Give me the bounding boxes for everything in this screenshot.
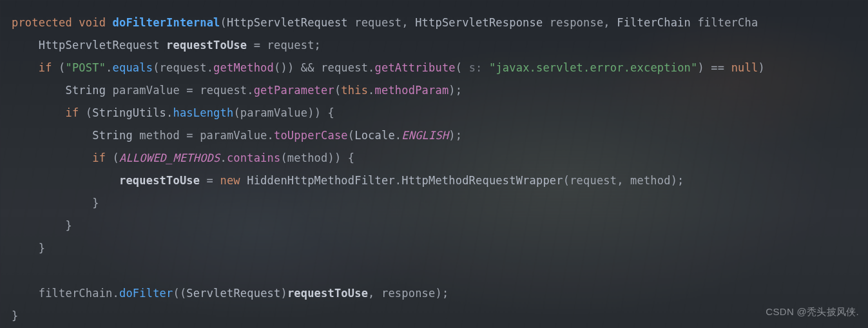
param-hint: s: bbox=[469, 61, 483, 74]
type: HttpMethodRequestWrapper bbox=[401, 174, 563, 187]
var: paramValue bbox=[200, 129, 267, 142]
code-line: filterChain.doFilter((ServletRequest)req… bbox=[12, 287, 448, 300]
semicolon: ; bbox=[456, 129, 462, 142]
dot: . bbox=[368, 61, 374, 74]
paren: ( bbox=[233, 106, 240, 119]
param: request bbox=[354, 16, 401, 29]
var: request bbox=[200, 84, 247, 97]
paren: ) bbox=[448, 84, 455, 97]
paren: ( bbox=[334, 84, 341, 97]
code-line: HttpServletRequest requestToUse = reques… bbox=[12, 39, 321, 52]
op-eqeq: == bbox=[704, 61, 731, 74]
paren: ) bbox=[671, 174, 677, 187]
method-call: contains bbox=[227, 151, 280, 164]
method-call: toUpperCase bbox=[274, 129, 348, 142]
code-line: if (ALLOWED_METHODS.contains(method)) { bbox=[12, 151, 354, 164]
watermark-text: CSDN @秃头披风侠. bbox=[766, 300, 859, 323]
dot: . bbox=[395, 174, 401, 187]
op-and: && bbox=[294, 61, 321, 74]
keyword-this: this bbox=[341, 84, 368, 97]
paren: ) bbox=[697, 61, 704, 74]
code-line bbox=[12, 264, 18, 277]
field: methodParam bbox=[375, 84, 449, 97]
op-assign: = bbox=[247, 39, 267, 52]
op-assign: = bbox=[180, 84, 200, 97]
type: StringUtils bbox=[92, 106, 166, 119]
constant: ENGLISH bbox=[401, 129, 448, 142]
var: request bbox=[160, 61, 207, 74]
type: FilterChain bbox=[617, 16, 691, 29]
var: response bbox=[381, 287, 435, 300]
param: response bbox=[550, 16, 603, 29]
type: HttpServletRequest bbox=[227, 16, 348, 29]
paren: ) bbox=[307, 106, 314, 119]
paren: ) bbox=[327, 151, 334, 164]
dot: . bbox=[166, 106, 173, 119]
brace-close: } bbox=[65, 219, 72, 232]
code-line: requestToUse = new HiddenHttpMethodFilte… bbox=[12, 174, 684, 187]
dot: . bbox=[220, 151, 227, 164]
paren: ( bbox=[220, 16, 227, 29]
var: requestToUse bbox=[119, 174, 200, 187]
type: HiddenHttpMethodFilter bbox=[247, 174, 395, 187]
method-call: equals bbox=[113, 61, 153, 74]
dot: . bbox=[267, 129, 274, 142]
method-call: getAttribute bbox=[375, 61, 456, 74]
keyword-if: if bbox=[65, 106, 79, 119]
keyword-if: if bbox=[39, 61, 52, 74]
paren: ) bbox=[334, 151, 341, 164]
paren: ) bbox=[314, 106, 321, 119]
var: paramValue bbox=[240, 106, 307, 119]
paren: ) bbox=[448, 129, 455, 142]
keyword-new: new bbox=[220, 174, 240, 187]
code-line: if ("POST".equals(request.getMethod()) &… bbox=[12, 61, 771, 74]
brace-close: } bbox=[12, 309, 18, 322]
code-line: String paramValue = request.getParameter… bbox=[12, 84, 462, 97]
code-line: } bbox=[12, 242, 45, 255]
method-call: getMethod bbox=[213, 61, 274, 74]
keyword-protected: protected bbox=[12, 16, 72, 29]
keyword-if: if bbox=[92, 151, 106, 164]
comma: , bbox=[603, 16, 610, 29]
method-call: hasLength bbox=[173, 106, 233, 119]
space bbox=[462, 61, 468, 74]
paren: ( bbox=[59, 61, 65, 74]
brace: { bbox=[328, 106, 334, 119]
var: filterChain bbox=[39, 287, 113, 300]
method-call: getParameter bbox=[254, 84, 334, 97]
code-line: protected void doFilterInternal(HttpServ… bbox=[12, 16, 758, 29]
code-line: if (StringUtils.hasLength(paramValue)) { bbox=[12, 106, 334, 119]
code-editor[interactable]: protected void doFilterInternal(HttpServ… bbox=[0, 0, 868, 328]
paren: ( bbox=[280, 151, 287, 164]
paren: ) bbox=[758, 61, 764, 74]
paren: ) bbox=[280, 287, 287, 300]
code-line: } bbox=[12, 219, 72, 232]
brace: { bbox=[348, 151, 354, 164]
semicolon: ; bbox=[677, 174, 684, 187]
code-line: String method = paramValue.toUpperCase(L… bbox=[12, 129, 462, 142]
comma: , bbox=[617, 174, 623, 187]
semicolon: ; bbox=[442, 287, 448, 300]
code-line: } bbox=[12, 197, 99, 209]
paren: ( bbox=[456, 61, 462, 74]
constant: ALLOWED_METHODS bbox=[119, 151, 220, 164]
keyword-null: null bbox=[731, 61, 758, 74]
brace-close: } bbox=[92, 197, 99, 209]
var-decl: paramValue bbox=[113, 84, 180, 97]
paren: ( bbox=[153, 61, 159, 74]
type-cast: ServletRequest bbox=[186, 287, 280, 300]
type: Locale bbox=[354, 129, 395, 142]
dot: . bbox=[247, 84, 253, 97]
var: method bbox=[630, 174, 671, 187]
comma: , bbox=[368, 287, 374, 300]
var-decl: requestToUse bbox=[166, 39, 247, 52]
dot: . bbox=[395, 129, 401, 142]
paren: ) bbox=[287, 61, 294, 74]
paren: ) bbox=[435, 287, 441, 300]
dot: . bbox=[207, 61, 213, 74]
type: String bbox=[92, 129, 133, 142]
paren: ( bbox=[563, 174, 570, 187]
paren: () bbox=[274, 61, 287, 74]
dot: . bbox=[113, 287, 119, 300]
type: HttpServletRequest bbox=[39, 39, 160, 52]
